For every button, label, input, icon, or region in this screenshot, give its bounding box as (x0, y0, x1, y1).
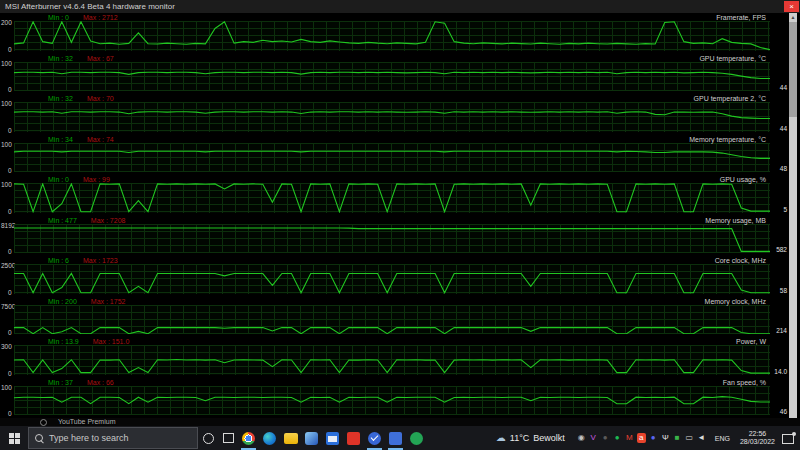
todo-icon (368, 432, 381, 445)
desktop: MSI Afterburner v4.6.4 Beta 4 hardware m… (0, 0, 800, 450)
clock-date: 28/03/2022 (740, 438, 775, 446)
background-window-strip[interactable]: YouTube Premium (0, 418, 800, 426)
max-label: Max : 70 (87, 94, 114, 103)
minmax-row: Min : 34Max : 74 (48, 135, 114, 144)
axis-min-label: 0 (8, 289, 12, 296)
current-value: 58 (780, 287, 787, 294)
taskbar-app-edge[interactable] (259, 426, 280, 450)
task-view-icon (223, 433, 234, 443)
scrollbar-up-arrow[interactable]: ▲ (789, 13, 797, 21)
start-button[interactable] (0, 426, 28, 450)
taskbar: Type here to search ☁ 11°C Bewolkt ◉V●●M… (0, 426, 800, 450)
panel-title: Power, W (736, 337, 766, 346)
graph-panel-2: 100Min : 32Max : 67GPU temperature, °C04… (0, 54, 800, 95)
panel-title: Fan speed, % (723, 378, 766, 387)
search-box[interactable]: Type here to search (28, 427, 198, 449)
panel-title: Memory temperature, °C (689, 135, 766, 144)
system-tray: ◉V●●Ma●Ψ■▭◄ (573, 433, 710, 443)
cortana-button[interactable] (198, 426, 218, 450)
minmax-row: Min : 0Max : 2712 (48, 13, 118, 22)
taskbar-apps (238, 426, 427, 450)
max-label: Max : 74 (87, 135, 114, 144)
weather-condition: Bewolkt (533, 433, 565, 443)
taskbar-app-chrome[interactable] (238, 426, 259, 450)
axis-min-label: 0 (8, 370, 12, 377)
adobe-icon[interactable]: a (637, 433, 646, 443)
taskbar-app-todo[interactable] (364, 426, 385, 450)
action-center-button[interactable] (780, 426, 800, 450)
taskbar-clock[interactable]: 22:56 28/03/2022 (735, 430, 780, 446)
minmax-row: Min : 32Max : 67 (48, 54, 114, 63)
graph-line (14, 102, 770, 132)
taskbar-app-mail[interactable] (322, 426, 343, 450)
app-green-icon (410, 432, 423, 445)
min-label: Min : 32 (48, 54, 73, 63)
spotify-icon[interactable]: ● (613, 433, 622, 443)
search-placeholder: Type here to search (49, 433, 129, 443)
background-window-title: YouTube Premium (58, 418, 115, 426)
plot-area (14, 143, 770, 173)
display-icon[interactable]: ▭ (685, 433, 694, 443)
app-red-icon (347, 432, 360, 445)
max-label: Max : 67 (87, 54, 114, 63)
panel-title: Memory usage, MB (705, 216, 766, 225)
graph-line (14, 345, 770, 375)
v-app-icon[interactable]: V (589, 433, 598, 443)
graph-panel-9: 300Min : 13.9Max : 151.0Power, W014.0 (0, 337, 800, 378)
window-title: MSI Afterburner v4.6.4 Beta 4 hardware m… (5, 2, 175, 11)
graph-panel-8: 7500Min : 200Max : 1752Memory clock, MHz… (0, 297, 800, 338)
volume-icon[interactable]: ◄ (697, 433, 706, 443)
taskbar-app-explorer[interactable] (280, 426, 301, 450)
plot-area (14, 305, 770, 335)
cortana-icon (203, 433, 214, 444)
current-value: 46 (780, 408, 787, 415)
panel-title: GPU usage, % (720, 175, 766, 184)
axis-max-label: 100 (1, 181, 12, 188)
gmail-icon[interactable]: M (625, 433, 634, 443)
panel-title: Framerate, FPS (716, 13, 766, 22)
minmax-row: Min : 37Max : 66 (48, 378, 114, 387)
task-view-button[interactable] (218, 426, 238, 450)
steam-icon[interactable]: ◉ (577, 433, 586, 443)
graph-line (14, 62, 770, 92)
plot-area (14, 264, 770, 294)
min-label: Min : 13.9 (48, 337, 79, 346)
min-label: Min : 34 (48, 135, 73, 144)
axis-max-label: 100 (1, 60, 12, 67)
taskbar-app-app-green[interactable] (406, 426, 427, 450)
microphone-icon[interactable]: Ψ (661, 433, 670, 443)
taskbar-app-app-blue[interactable] (385, 426, 406, 450)
graph-line (14, 143, 770, 173)
current-value: 214 (776, 327, 787, 334)
axis-max-label: 300 (1, 343, 12, 350)
titlebar[interactable]: MSI Afterburner v4.6.4 Beta 4 hardware m… (0, 0, 800, 13)
plot-area (14, 102, 770, 132)
scrollbar[interactable]: ▲ (789, 13, 797, 418)
scrollbar-thumb[interactable] (789, 22, 797, 117)
dark-app-icon[interactable]: ● (601, 433, 610, 443)
min-label: Min : 6 (48, 256, 69, 265)
mail-icon (326, 432, 339, 445)
windows-logo-icon (9, 433, 20, 444)
close-button[interactable]: × (784, 1, 799, 12)
background-window-icon (40, 419, 47, 426)
max-label: Max : 7208 (91, 216, 126, 225)
current-value: 44 (780, 84, 787, 91)
plot-area (14, 345, 770, 375)
taskbar-app-photos[interactable] (301, 426, 322, 450)
current-value: 48 (780, 165, 787, 172)
weather-widget[interactable]: ☁ 11°C Bewolkt (488, 433, 573, 443)
axis-min-label: 0 (8, 167, 12, 174)
app-blue-icon (389, 432, 402, 445)
discord-icon[interactable]: ● (649, 433, 658, 443)
minmax-row: Min : 477Max : 7208 (48, 216, 125, 225)
taskbar-app-app-red[interactable] (343, 426, 364, 450)
nvidia-icon[interactable]: ■ (673, 433, 682, 443)
language-indicator[interactable]: ENG (710, 435, 735, 442)
graph-panel-6: 8192Min : 477Max : 7208Memory usage, MB0… (0, 216, 800, 257)
axis-min-label: 0 (8, 46, 12, 53)
axis-min-label: 0 (8, 86, 12, 93)
minmax-row: Min : 6Max : 1723 (48, 256, 118, 265)
weather-temp: 11°C (510, 433, 529, 443)
graph-panel-5: 100Min : 0Max : 99GPU usage, %05 (0, 175, 800, 216)
